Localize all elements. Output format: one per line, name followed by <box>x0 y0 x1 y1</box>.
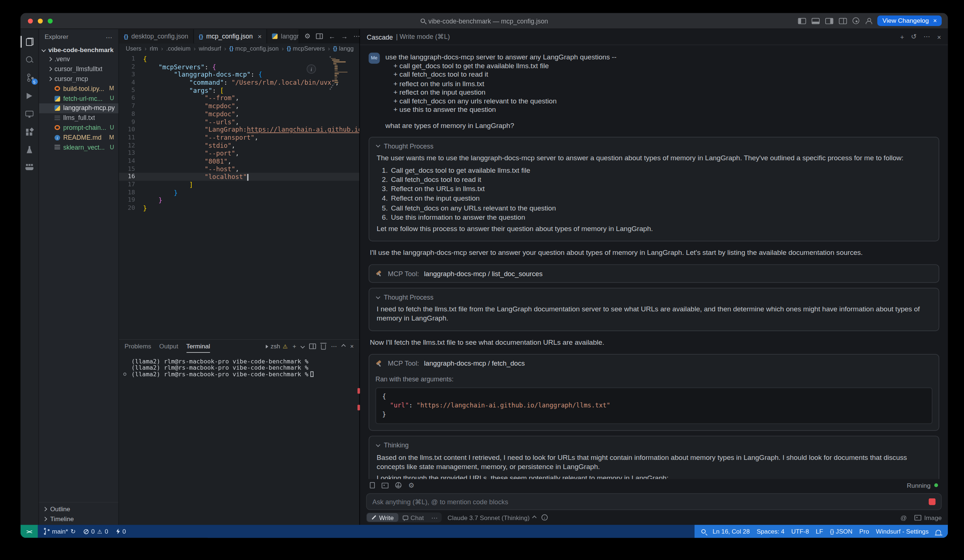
mention-icon[interactable]: @ <box>900 514 907 521</box>
minimize-window-button[interactable] <box>38 18 43 23</box>
branch-indicator[interactable]: main* ↻ <box>43 528 76 535</box>
diagnostics-indicator[interactable]: 0 ⚠ 0 <box>84 528 108 535</box>
code-line[interactable]: 20} <box>119 204 359 212</box>
breadcrumb-item[interactable]: {}langg <box>333 45 353 52</box>
status-item--json[interactable]: {} JSON <box>830 528 853 535</box>
timeline-section[interactable]: Timeline <box>39 514 118 524</box>
panel-more-icon[interactable]: ⋯ <box>331 343 337 350</box>
close-window-button[interactable] <box>28 18 33 23</box>
chat-mode-button[interactable]: Chat <box>398 513 428 522</box>
folder-item[interactable]: .venv <box>39 55 118 65</box>
breadcrumb-item[interactable]: rlm <box>150 45 158 52</box>
code-line[interactable]: 3 "langgraph-docs-mcp": { <box>119 71 359 78</box>
activity-run-debug[interactable] <box>21 86 39 104</box>
section-toggle[interactable]: Thought Process <box>377 141 931 150</box>
inline-hint-icon[interactable]: i <box>306 65 316 74</box>
code-line[interactable]: 7 "mcpdoc", <box>119 102 359 110</box>
activity-docker[interactable] <box>21 158 39 176</box>
breadcrumb-item[interactable]: {}mcp_config.json <box>230 45 278 52</box>
panel-tab-terminal[interactable]: Terminal <box>186 340 210 353</box>
section-toggle[interactable]: Thinking <box>377 441 931 450</box>
close-tab-icon[interactable]: × <box>258 32 262 40</box>
code-line[interactable]: 10 "LangGraph:https://langchain-ai.githu… <box>119 126 359 133</box>
dismiss-changelog-icon[interactable]: × <box>933 17 937 24</box>
code-line[interactable]: 11 "--transport", <box>119 133 359 141</box>
new-terminal-icon[interactable]: + <box>293 343 296 350</box>
attach-image-button[interactable]: Image <box>914 514 941 521</box>
terminal-dropdown-icon[interactable] <box>301 344 305 348</box>
view-changelog-button[interactable]: View Changelog × <box>878 15 941 26</box>
close-cascade-icon[interactable]: × <box>937 33 941 41</box>
mcp-tool-header[interactable]: MCP Tool:langgraph-docs-mcp / list_doc_s… <box>369 265 939 282</box>
editor-layout-icon[interactable] <box>839 18 847 24</box>
maximize-panel-icon[interactable] <box>341 344 346 348</box>
status-item-windsurf-settings[interactable]: Windsurf - Settings <box>876 528 929 535</box>
code-line[interactable]: 17 ] <box>119 181 359 188</box>
code-line[interactable]: 6 "--from", <box>119 94 359 102</box>
chat-input[interactable] <box>372 498 923 505</box>
code-line[interactable]: 16 "localhost" <box>119 173 359 180</box>
split-terminal-icon[interactable] <box>309 344 316 349</box>
code-line[interactable]: 1{ <box>119 55 359 63</box>
explorer-actions-icon[interactable]: ⋯ <box>106 33 113 41</box>
outline-section[interactable]: Outline <box>39 504 118 514</box>
file-item[interactable]: sklearn_vect...U <box>39 142 118 152</box>
code-line[interactable]: 5 "args": [ <box>119 86 359 94</box>
file-icon[interactable] <box>370 482 375 489</box>
status-item-lf[interactable]: LF <box>816 528 823 535</box>
activity-remote[interactable] <box>21 104 39 122</box>
folder-item[interactable]: cursor_llmsfulltxt <box>39 64 118 74</box>
folder-item[interactable]: cursor_mcp <box>39 74 118 84</box>
account-icon[interactable] <box>865 18 872 24</box>
write-mode-button[interactable]: Write <box>367 513 398 522</box>
status-item-spaces-4[interactable]: Spaces: 4 <box>757 528 785 535</box>
activity-source-control[interactable]: 5 <box>21 68 39 86</box>
conversation[interactable]: Meuse the langgraph-docs-mcp server to a… <box>360 45 948 479</box>
file-item[interactable]: iREADME.mdM <box>39 133 118 143</box>
stop-button[interactable] <box>929 498 936 505</box>
status-item-utf-8[interactable]: UTF-8 <box>791 528 809 535</box>
image-icon[interactable] <box>382 483 389 488</box>
remote-indicator[interactable]: >< <box>21 525 38 537</box>
new-conversation-icon[interactable]: + <box>900 33 904 41</box>
terminal-profile-button[interactable]: zsh ⚠ <box>265 343 287 350</box>
activity-testing[interactable] <box>21 140 39 158</box>
breadcrumb-item[interactable]: .codeium <box>166 45 191 52</box>
tab-mcp_config.json[interactable]: {}mcp_config.json× <box>194 29 267 43</box>
search-icon[interactable] <box>702 529 706 534</box>
model-selector[interactable]: Claude 3.7 Sonnet (Thinking) <box>448 514 536 521</box>
tools-gear-icon[interactable]: ⚙ <box>408 481 414 489</box>
info-icon[interactable]: i <box>541 514 548 520</box>
status-item-pro[interactable]: Pro <box>860 528 869 535</box>
code-line[interactable]: 18 } <box>119 188 359 196</box>
mode-more-button[interactable]: ⋯ <box>428 513 441 522</box>
file-item[interactable]: llms_full.txt <box>39 113 118 123</box>
code-line[interactable]: 8 "mcpdoc", <box>119 110 359 118</box>
code-line[interactable]: 13 "--port", <box>119 149 359 157</box>
code-editor[interactable]: 1{2 "mcpServers": {3 "langgraph-docs-mcp… <box>119 53 359 339</box>
breadcrumb-item[interactable]: Users <box>126 45 142 52</box>
sync-icon[interactable]: ↻ <box>70 528 76 535</box>
tab-langgraph[interactable]: langgraph <box>267 29 300 43</box>
file-item[interactable]: prompt-chain...U <box>39 123 118 133</box>
cascade-more-icon[interactable]: ⋯ <box>923 32 931 41</box>
maximize-window-button[interactable] <box>48 18 53 23</box>
toggle-left-sidebar-icon[interactable] <box>798 18 806 24</box>
status-circle-icon[interactable] <box>853 17 860 24</box>
code-line[interactable]: 12 "stdio", <box>119 141 359 149</box>
code-line[interactable]: 9 "--urls", <box>119 118 359 126</box>
toggle-bottom-panel-icon[interactable] <box>812 18 820 24</box>
code-line[interactable]: 2 "mcpServers": { <box>119 63 359 71</box>
activity-explorer[interactable] <box>21 32 39 50</box>
file-item[interactable]: build-tool.ipy...M <box>39 84 118 94</box>
mcp-tool-header[interactable]: MCP Tool:langgraph-docs-mcp / fetch_docs <box>369 355 939 373</box>
breadcrumb-item[interactable]: windsurf <box>199 45 221 52</box>
navigate-back-icon[interactable]: ← <box>329 32 335 40</box>
ports-indicator[interactable]: 0 <box>116 528 126 535</box>
settings-gear-icon[interactable]: ⚙ <box>305 32 311 41</box>
tab-desktop_config.json[interactable]: {}desktop_config.json <box>119 29 194 43</box>
close-panel-icon[interactable]: × <box>350 343 354 350</box>
panel-tab-output[interactable]: Output <box>159 340 178 353</box>
kill-terminal-icon[interactable] <box>321 344 326 349</box>
history-icon[interactable]: ↺ <box>911 32 917 41</box>
